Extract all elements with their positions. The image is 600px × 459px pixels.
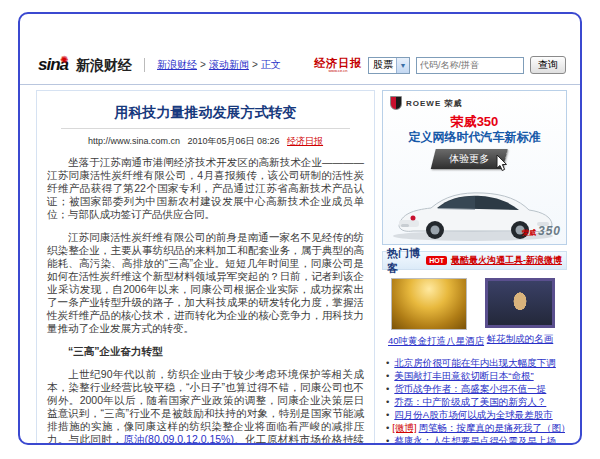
- article-meta: http://www.sina.com.cn 2010年05月06日 08:26…: [47, 135, 364, 148]
- list-item-tag[interactable]: [微博]: [392, 422, 416, 433]
- breadcrumb-separator: >: [252, 59, 258, 70]
- badge-number: 350: [538, 224, 561, 238]
- list-item: 货币战争作者：高盛案小得不值一提: [386, 382, 565, 395]
- blog-link[interactable]: 周笔畅：按摩真的是痛死我了（图）: [419, 422, 565, 433]
- thumbnail-cell: 40吨黄金打造八星酒店: [388, 278, 470, 348]
- list-item: 乔磊：中产阶级成了美国的新穷人？: [386, 395, 565, 408]
- breadcrumb-rolling-news-link[interactable]: 滚动新闻: [209, 59, 249, 70]
- flower-painting-thumbnail[interactable]: [485, 278, 555, 328]
- blog-link[interactable]: 北京房价很可能在年内出现大幅度下调: [394, 357, 556, 368]
- sina-brand-label: 新浪财经: [76, 57, 132, 75]
- mouse-cursor-icon: [496, 155, 509, 172]
- hot-blogs-list: 北京房价很可能在年内出现大幅度下调 美国敲打丰田意欲切断日本“命根” 货币战争作…: [382, 348, 567, 445]
- breadcrumb-finance-link[interactable]: 新浪财经: [157, 59, 197, 70]
- hot-badge: HOT: [426, 256, 447, 265]
- badge-brand: 荣威: [522, 229, 536, 236]
- crude-oil-stock-link[interactable]: 原油: [123, 433, 145, 445]
- ad-subheadline: 定义网络时代汽车新标准: [383, 129, 566, 146]
- crude-oil-quote[interactable]: (80.09,0.12,0.15%): [145, 433, 234, 445]
- main-content: 用科技力量推动发展方式转变 http://www.sina.com.cn 201…: [20, 85, 580, 445]
- article-datetime: 2010年05月06日 08:26: [187, 136, 279, 146]
- blog-link[interactable]: 四月份A股市场何以成为全球最差股市: [394, 409, 552, 420]
- chevron-down-icon: ▼: [396, 58, 409, 73]
- header-right: 经济日报 www.ce.cn 股票 ▼ 查询: [314, 56, 566, 74]
- list-item: 美国敲打丰田意欲切断日本“命根”: [386, 369, 565, 382]
- gold-hotel-thumbnail[interactable]: [391, 278, 467, 330]
- blog-link[interactable]: 美国敲打丰田意欲切断日本“命根”: [394, 370, 533, 381]
- ad-model-badge: 荣威 350: [522, 224, 561, 238]
- blog-link[interactable]: 乔磊：中产阶级成了美国的新穷人？: [394, 396, 546, 407]
- gold-hotel-caption-link[interactable]: 40吨黄金打造八星酒店: [388, 335, 484, 348]
- stock-search-button[interactable]: 查询: [530, 56, 566, 74]
- roewe-ad-banner[interactable]: ROEWE 荣威 荣威350 定义网络时代汽车新标准 体验更多: [382, 90, 567, 245]
- article-paragraph: 上世纪90年代以前，纺织企业由于较少考虑环境保护等相关成本，染整行业经营比较平稳…: [47, 368, 364, 445]
- article-source-link[interactable]: 经济日报: [287, 136, 323, 146]
- list-item: 北京房价很可能在年内出现大幅度下调: [386, 356, 565, 369]
- list-item: 四月份A股市场何以成为全球最差股市: [386, 408, 565, 421]
- page-title: 用科技力量推动发展方式转变: [47, 104, 364, 122]
- ad-cta-label: 体验更多: [449, 152, 489, 166]
- stock-search-input[interactable]: [416, 57, 524, 74]
- article-url: http://www.sina.com.cn: [88, 136, 180, 146]
- sidebar: ROEWE 荣威 荣威350 定义网络时代汽车新标准 体验更多: [382, 90, 567, 445]
- site-header: sina ✺ 新浪财经 新浪财经>滚动新闻>正文 经济日报 www.ce.cn …: [38, 54, 566, 76]
- article-paragraph: 坐落于江苏南通市港闸经济技术开发区的高新技术企业————江苏同康活性炭纤维有限公…: [47, 156, 364, 221]
- title-rule: [61, 128, 350, 129]
- hot-blogs-header: 热门博客 HOT 最酷最火沟通工具-新浪微博: [382, 251, 567, 270]
- article: 用科技力量推动发展方式转变 http://www.sina.com.cn 201…: [36, 90, 375, 445]
- hot-blogs-thumbnails: 40吨黄金打造八星酒店 鲜花制成的名画: [382, 270, 567, 348]
- stock-type-select[interactable]: 股票 ▼: [368, 57, 410, 74]
- roewe-brand-label: ROEWE 荣威: [406, 98, 462, 109]
- page-frame: sina ✺ 新浪财经 新浪财经>滚动新闻>正文 经济日报 www.ce.cn …: [18, 12, 582, 445]
- sina-finance-logo[interactable]: sina ✺ 新浪财经: [38, 55, 132, 75]
- article-section-heading: “三高”企业奋力转型: [47, 345, 364, 358]
- breadcrumb-current: 正文: [261, 59, 281, 70]
- blog-link[interactable]: 货币战争作者：高盛案小得不值一提: [394, 383, 546, 394]
- blog-link[interactable]: 蔡康永：人生想要早点得分需及早上场: [394, 435, 556, 445]
- article-paragraph: 江苏同康活性炭纤维有限公司的前身是南通一家名不见经传的纺织染整企业，主要从事纺织…: [47, 231, 364, 335]
- thumbnail-cell: 鲜花制成的名画: [479, 278, 561, 348]
- breadcrumb: 新浪财经>滚动新闻>正文: [157, 58, 281, 72]
- list-item: 蔡康永：人生想要早点得分需及早上场: [386, 434, 565, 445]
- economic-daily-logo: 经济日报 www.ce.cn: [314, 58, 362, 73]
- breadcrumb-separator: >: [200, 59, 206, 70]
- roewe-logo: ROEWE 荣威: [390, 96, 462, 110]
- list-item: [微博]周笔畅：按摩真的是痛死我了（图）: [386, 421, 565, 434]
- weibo-promo-link[interactable]: 最酷最火沟通工具-新浪微博: [451, 254, 562, 267]
- flower-painting-caption-link[interactable]: 鲜花制成的名画: [487, 333, 554, 346]
- header-divider: [144, 58, 145, 72]
- roewe-shield-icon: [390, 96, 402, 110]
- page: sina ✺ 新浪财经 新浪财经>滚动新闻>正文 经济日报 www.ce.cn …: [0, 0, 600, 459]
- stock-type-value: 股票: [373, 58, 393, 72]
- hot-blogs-title: 热门博客: [387, 246, 422, 276]
